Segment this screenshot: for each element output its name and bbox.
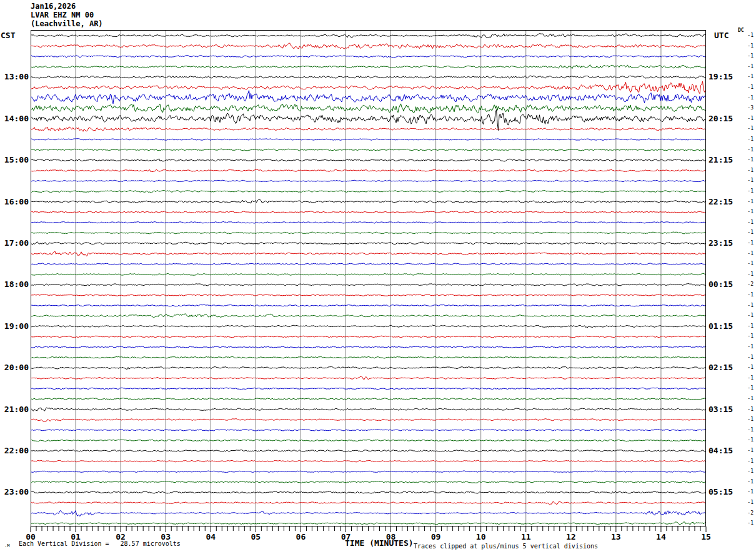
dc-value-row-36: -1	[742, 396, 754, 401]
trace-1545-green	[31, 191, 705, 193]
trace-1415-red	[31, 127, 705, 131]
dc-value-row-15: -1	[742, 178, 754, 183]
dc-value-row-42: -1	[742, 458, 754, 464]
seismogram-canvas	[0, 0, 756, 554]
trace-1615-red	[31, 211, 705, 213]
right-hour-label-2215: 22:15	[709, 197, 733, 206]
right-hour-label-2015: 20:15	[709, 114, 733, 123]
minute-label-09: 09	[427, 532, 445, 541]
dc-value-row-28: -1	[742, 313, 754, 318]
dc-value-row-34: -1	[742, 375, 754, 381]
right-hour-label-1915: 19:15	[709, 72, 733, 81]
left-hour-label-2200: 22:00	[0, 446, 29, 455]
right-hour-label-0115: 01:15	[709, 321, 733, 331]
left-hour-label-2000: 20:00	[0, 363, 29, 372]
helicorder-page: Jan16,2026 LVAR EHZ NM 00 (Leachville, A…	[0, 0, 756, 554]
trace-1645-green	[31, 232, 705, 234]
trace-1930-blue	[31, 346, 705, 348]
dc-value-row-13: -1	[742, 157, 754, 163]
dc-value-row-9: -1	[742, 116, 754, 121]
trace-2145-green	[31, 440, 705, 441]
dc-value-row-8: -3	[742, 105, 754, 111]
dc-value-row-25: -2	[742, 281, 754, 287]
dc-value-row-21: -1	[742, 240, 754, 246]
trace-2130-blue	[31, 430, 705, 431]
corner-mark: .M	[4, 543, 9, 548]
trace-2030-blue	[31, 388, 705, 390]
dc-value-row-23: -1	[742, 261, 754, 266]
trace-2230-blue	[31, 471, 705, 473]
dc-value-row-26: -1	[742, 292, 754, 298]
right-hour-label-2315: 23:15	[709, 238, 733, 248]
trace-1400-black	[31, 109, 705, 130]
minute-label-12: 12	[562, 532, 580, 541]
dc-value-row-20: -1	[742, 229, 754, 235]
trace-1530-blue	[31, 180, 705, 182]
trace-1445-green	[31, 149, 705, 151]
dc-value-row-3: -1	[742, 53, 754, 59]
dc-value-row-48: -1	[742, 520, 754, 526]
trace-1800-black	[31, 284, 705, 286]
x-axis-title: TIME (MINUTES)	[345, 538, 414, 548]
dc-value-row-22: -1	[742, 251, 754, 256]
trace-1200-black	[31, 34, 705, 38]
trace-2215-red	[31, 460, 705, 462]
dc-value-row-40: -1	[742, 437, 754, 443]
minute-label-06: 06	[292, 532, 309, 541]
dc-value-row-41: -1	[742, 448, 754, 453]
trace-1815-red	[31, 295, 705, 296]
dc-value-row-38: -1	[742, 416, 754, 422]
trace-1945-green	[31, 356, 705, 358]
dc-value-row-43: -1	[742, 468, 754, 474]
right-hour-label-2115: 21:15	[709, 155, 733, 164]
trace-1315-red	[31, 81, 705, 94]
left-hour-label-2300: 23:00	[0, 487, 29, 496]
trace-1630-blue	[31, 222, 705, 224]
dc-value-row-44: -1	[742, 479, 754, 485]
trace-1515-red	[31, 169, 705, 171]
trace-2345-green	[31, 522, 705, 525]
dc-value-row-46: -1	[742, 500, 754, 505]
trace-2245-green	[31, 481, 705, 483]
trace-1830-blue	[31, 305, 705, 306]
trace-1915-red	[31, 336, 705, 338]
trace-1700-black	[31, 242, 705, 245]
trace-2000-black	[31, 367, 705, 370]
trace-2200-black	[31, 450, 705, 451]
minute-label-13: 13	[607, 532, 625, 541]
trace-1715-red	[31, 251, 705, 256]
dc-value-row-10: -1	[742, 126, 754, 131]
dc-value-row-4: -1	[742, 64, 754, 69]
dc-value-row-39: -1	[742, 427, 754, 433]
dc-value-row-45: -1	[742, 489, 754, 495]
trace-2315-red	[31, 501, 705, 505]
dc-value-row-27: -1	[742, 303, 754, 308]
right-hour-label-0415: 04:15	[709, 446, 733, 455]
dc-value-row-5: -1	[742, 74, 754, 79]
minute-label-10: 10	[472, 532, 490, 541]
dc-value-row-31: -1	[742, 344, 754, 350]
dc-value-row-30: -1	[742, 333, 754, 339]
trace-1845-green	[31, 314, 705, 318]
trace-1215-red	[31, 43, 705, 49]
dc-value-row-32: -1	[742, 355, 754, 360]
trace-1345-green	[31, 104, 705, 113]
minute-label-15: 15	[697, 532, 715, 541]
dc-value-row-35: -1	[742, 385, 754, 391]
left-hour-label-1700: 17:00	[0, 238, 29, 248]
dc-value-row-16: -1	[742, 188, 754, 194]
dc-value-row-14: -1	[742, 168, 754, 173]
right-hour-label-0215: 02:15	[709, 363, 733, 372]
left-hour-label-1500: 15:00	[0, 155, 29, 164]
trace-2100-black	[31, 408, 705, 411]
dc-value-row-37: -1	[742, 406, 754, 412]
trace-2300-black	[31, 491, 705, 493]
trace-2015-red	[31, 376, 705, 380]
minute-label-04: 04	[202, 532, 219, 541]
clip-note: Traces clipped at plus/minus 5 vertical …	[414, 543, 598, 550]
trace-2330-blue	[31, 511, 705, 516]
dc-value-row-33: -1	[742, 365, 754, 370]
left-hour-label-1800: 18:00	[0, 280, 29, 289]
left-hour-label-2100: 21:00	[0, 405, 29, 414]
trace-1730-blue	[31, 263, 705, 265]
